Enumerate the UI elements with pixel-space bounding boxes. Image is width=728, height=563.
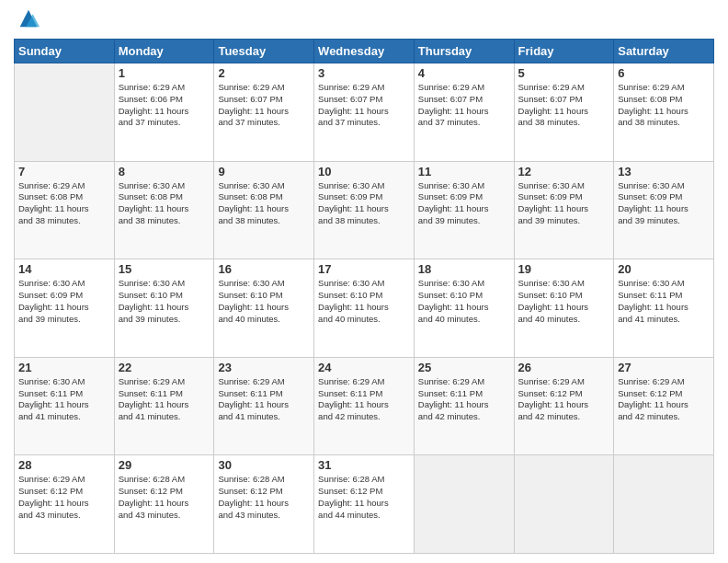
calendar-cell: 6Sunrise: 6:29 AMSunset: 6:08 PMDaylight… — [614, 63, 714, 162]
calendar-header: SundayMondayTuesdayWednesdayThursdayFrid… — [15, 40, 714, 63]
day-number: 15 — [119, 262, 210, 276]
cell-info: Sunrise: 6:29 AMSunset: 6:07 PMDaylight:… — [518, 82, 610, 129]
calendar-cell: 18Sunrise: 6:30 AMSunset: 6:10 PMDayligh… — [414, 259, 514, 358]
day-number: 22 — [119, 361, 210, 374]
cell-info: Sunrise: 6:29 AMSunset: 6:07 PMDaylight:… — [318, 82, 410, 129]
calendar-cell: 13Sunrise: 6:30 AMSunset: 6:09 PMDayligh… — [614, 161, 714, 259]
cell-info: Sunrise: 6:29 AMSunset: 6:11 PMDaylight:… — [318, 376, 410, 423]
cell-info: Sunrise: 6:30 AMSunset: 6:09 PMDaylight:… — [518, 180, 610, 227]
day-number: 7 — [18, 165, 110, 178]
cell-info: Sunrise: 6:30 AMSunset: 6:09 PMDaylight:… — [18, 278, 110, 325]
day-number: 13 — [618, 165, 710, 178]
calendar-cell: 4Sunrise: 6:29 AMSunset: 6:07 PMDaylight… — [414, 63, 514, 162]
day-number: 1 — [119, 66, 210, 80]
week-row-1: 7Sunrise: 6:29 AMSunset: 6:08 PMDaylight… — [15, 161, 714, 259]
day-number: 4 — [418, 66, 510, 80]
day-number: 28 — [18, 458, 110, 472]
day-number: 14 — [18, 262, 110, 276]
day-number: 9 — [218, 165, 310, 178]
calendar-cell: 5Sunrise: 6:29 AMSunset: 6:07 PMDaylight… — [514, 63, 614, 162]
cell-info: Sunrise: 6:28 AMSunset: 6:12 PMDaylight:… — [218, 474, 310, 521]
cell-info: Sunrise: 6:30 AMSunset: 6:08 PMDaylight:… — [119, 180, 210, 227]
day-number: 26 — [518, 361, 610, 374]
calendar-cell — [514, 455, 614, 554]
day-number: 24 — [318, 361, 410, 374]
header-day-saturday: Saturday — [614, 40, 714, 63]
cell-info: Sunrise: 6:30 AMSunset: 6:10 PMDaylight:… — [218, 278, 310, 325]
day-number: 20 — [618, 262, 710, 276]
cell-info: Sunrise: 6:30 AMSunset: 6:11 PMDaylight:… — [618, 278, 710, 325]
cell-info: Sunrise: 6:29 AMSunset: 6:08 PMDaylight:… — [18, 180, 110, 227]
day-number: 30 — [218, 458, 310, 472]
cell-info: Sunrise: 6:30 AMSunset: 6:10 PMDaylight:… — [418, 278, 510, 325]
day-number: 5 — [518, 66, 610, 80]
week-row-2: 14Sunrise: 6:30 AMSunset: 6:09 PMDayligh… — [15, 259, 714, 358]
calendar-body: 1Sunrise: 6:29 AMSunset: 6:06 PMDaylight… — [15, 63, 714, 554]
cell-info: Sunrise: 6:29 AMSunset: 6:12 PMDaylight:… — [618, 376, 710, 423]
calendar-cell: 2Sunrise: 6:29 AMSunset: 6:07 PMDaylight… — [214, 63, 314, 162]
calendar-cell: 24Sunrise: 6:29 AMSunset: 6:11 PMDayligh… — [314, 357, 415, 455]
calendar-cell: 22Sunrise: 6:29 AMSunset: 6:11 PMDayligh… — [114, 357, 214, 455]
cell-info: Sunrise: 6:30 AMSunset: 6:10 PMDaylight:… — [318, 278, 410, 325]
cell-info: Sunrise: 6:29 AMSunset: 6:11 PMDaylight:… — [418, 376, 510, 423]
day-number: 25 — [418, 361, 510, 374]
week-row-3: 21Sunrise: 6:30 AMSunset: 6:11 PMDayligh… — [15, 357, 714, 455]
day-number: 18 — [418, 262, 510, 276]
header-day-wednesday: Wednesday — [314, 40, 415, 63]
day-number: 6 — [618, 66, 710, 80]
calendar-cell: 28Sunrise: 6:29 AMSunset: 6:12 PMDayligh… — [15, 455, 115, 554]
week-row-0: 1Sunrise: 6:29 AMSunset: 6:06 PMDaylight… — [15, 63, 714, 162]
day-number: 29 — [119, 458, 210, 472]
day-number: 16 — [218, 262, 310, 276]
calendar-cell: 9Sunrise: 6:30 AMSunset: 6:08 PMDaylight… — [214, 161, 314, 259]
header-day-sunday: Sunday — [15, 40, 115, 63]
calendar-cell: 23Sunrise: 6:29 AMSunset: 6:11 PMDayligh… — [214, 357, 314, 455]
cell-info: Sunrise: 6:29 AMSunset: 6:11 PMDaylight:… — [119, 376, 210, 423]
calendar-cell: 15Sunrise: 6:30 AMSunset: 6:10 PMDayligh… — [114, 259, 214, 358]
day-number: 19 — [518, 262, 610, 276]
day-number: 10 — [318, 165, 410, 178]
header-day-monday: Monday — [114, 40, 214, 63]
cell-info: Sunrise: 6:30 AMSunset: 6:11 PMDaylight:… — [18, 376, 110, 423]
calendar-cell: 19Sunrise: 6:30 AMSunset: 6:10 PMDayligh… — [514, 259, 614, 358]
cell-info: Sunrise: 6:30 AMSunset: 6:09 PMDaylight:… — [618, 180, 710, 227]
header-day-friday: Friday — [514, 40, 614, 63]
header — [14, 9, 714, 31]
calendar-cell: 26Sunrise: 6:29 AMSunset: 6:12 PMDayligh… — [514, 357, 614, 455]
day-number: 12 — [518, 165, 610, 178]
day-number: 31 — [318, 458, 410, 472]
calendar-cell — [15, 63, 115, 162]
calendar-cell: 20Sunrise: 6:30 AMSunset: 6:11 PMDayligh… — [614, 259, 714, 358]
calendar-cell: 12Sunrise: 6:30 AMSunset: 6:09 PMDayligh… — [514, 161, 614, 259]
calendar-table: SundayMondayTuesdayWednesdayThursdayFrid… — [14, 39, 714, 554]
day-number: 2 — [218, 66, 310, 80]
cell-info: Sunrise: 6:29 AMSunset: 6:11 PMDaylight:… — [218, 376, 310, 423]
day-number: 17 — [318, 262, 410, 276]
header-day-thursday: Thursday — [414, 40, 514, 63]
day-number: 8 — [119, 165, 210, 178]
calendar-cell — [614, 455, 714, 554]
cell-info: Sunrise: 6:29 AMSunset: 6:12 PMDaylight:… — [18, 474, 110, 521]
cell-info: Sunrise: 6:29 AMSunset: 6:07 PMDaylight:… — [218, 82, 310, 129]
page: SundayMondayTuesdayWednesdayThursdayFrid… — [0, 0, 728, 563]
calendar-cell: 29Sunrise: 6:28 AMSunset: 6:12 PMDayligh… — [114, 455, 214, 554]
day-number: 27 — [618, 361, 710, 374]
calendar-cell: 16Sunrise: 6:30 AMSunset: 6:10 PMDayligh… — [214, 259, 314, 358]
logo — [14, 9, 41, 31]
cell-info: Sunrise: 6:28 AMSunset: 6:12 PMDaylight:… — [119, 474, 210, 521]
day-number: 23 — [218, 361, 310, 374]
calendar-cell: 10Sunrise: 6:30 AMSunset: 6:09 PMDayligh… — [314, 161, 415, 259]
calendar-cell: 14Sunrise: 6:30 AMSunset: 6:09 PMDayligh… — [15, 259, 115, 358]
calendar-cell: 7Sunrise: 6:29 AMSunset: 6:08 PMDaylight… — [15, 161, 115, 259]
week-row-4: 28Sunrise: 6:29 AMSunset: 6:12 PMDayligh… — [15, 455, 714, 554]
cell-info: Sunrise: 6:30 AMSunset: 6:08 PMDaylight:… — [218, 180, 310, 227]
calendar-cell: 3Sunrise: 6:29 AMSunset: 6:07 PMDaylight… — [314, 63, 415, 162]
calendar-cell: 21Sunrise: 6:30 AMSunset: 6:11 PMDayligh… — [15, 357, 115, 455]
cell-info: Sunrise: 6:30 AMSunset: 6:10 PMDaylight:… — [119, 278, 210, 325]
day-number: 3 — [318, 66, 410, 80]
logo-icon — [16, 6, 41, 31]
cell-info: Sunrise: 6:28 AMSunset: 6:12 PMDaylight:… — [318, 474, 410, 521]
calendar-cell: 8Sunrise: 6:30 AMSunset: 6:08 PMDaylight… — [114, 161, 214, 259]
day-number: 21 — [18, 361, 110, 374]
calendar-cell: 31Sunrise: 6:28 AMSunset: 6:12 PMDayligh… — [314, 455, 415, 554]
